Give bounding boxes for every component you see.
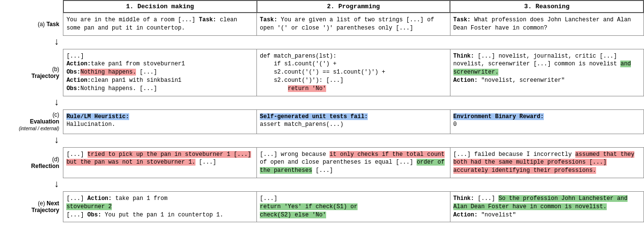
trajectory-label: Trajectory (31, 73, 59, 79)
evaluation-col3-content: Environment Binary Reward: 0 (453, 113, 641, 129)
row-evaluation-label: (c)Evaluation (internal / external) (0, 109, 63, 134)
task-col2-content: Task: You are given a list of two string… (260, 16, 447, 32)
col3-header: 3. Reasoning (450, 0, 644, 13)
header-empty (0, 0, 63, 13)
col1-header: 1. Decision making (63, 0, 257, 13)
task-col3-content: Task: What profession does John Lanchest… (453, 16, 641, 32)
reflection-col3-content: [...] failed because I incorrectly assum… (453, 151, 641, 175)
reflection-col2-content: [...] wrong because it only checks if th… (260, 151, 447, 175)
reflection-col2: [...] wrong because it only checks if th… (257, 147, 450, 178)
next-trajectory-col3-content: Think: [...] So the profession John Lanc… (453, 195, 641, 219)
arrow-reflection-next: ↓ (0, 178, 63, 191)
arrow-evaluation-reflection: ↓ (0, 134, 63, 147)
task-label-prefix: (a) (38, 21, 46, 28)
task-label: Task (46, 21, 59, 28)
reflection-col3: [...] failed because I incorrectly assum… (450, 147, 644, 178)
evaluation-label-prefix: (c) (52, 111, 59, 118)
arrow-task-trajectory: ↓ (0, 35, 63, 49)
next-trajectory-col3: Think: [...] So the profession John Lanc… (450, 191, 644, 222)
trajectory-label-prefix: (b) (52, 66, 60, 73)
reflection-col1: [...] tried to pick up the pan in stoveb… (63, 147, 257, 178)
task-col1-content: You are in the middle of a room [...] Ta… (66, 16, 254, 32)
trajectory-col2: def match_parens(lst): if s1.count('(') … (257, 49, 450, 96)
evaluation-col2-content: Self-generated unit tests fail: assert m… (260, 113, 447, 129)
next-trajectory-col1-content: [...] Action: take pan 1 from stoveburne… (66, 195, 254, 219)
evaluation-col3: Environment Binary Reward: 0 (450, 109, 644, 134)
row-trajectory-label: (b)Trajectory (0, 49, 63, 96)
next-trajectory-col2-content: [...] return 'Yes' if check(S1) or check… (260, 195, 447, 219)
row-next-trajectory-label: (e) NextTrajectory (0, 191, 63, 222)
reflection-label-prefix: (d) (52, 156, 60, 163)
trajectory-col1-content: [...] Action:take pan1 from stoveburner1… (66, 52, 254, 93)
trajectory-col2-content: def match_parens(lst): if s1.count('(') … (260, 52, 447, 93)
next-trajectory-col1: [...] Action: take pan 1 from stoveburne… (63, 191, 257, 222)
task-col3: Task: What profession does John Lanchest… (450, 13, 644, 35)
arrow-trajectory-evaluation: ↓ (0, 96, 63, 109)
task-col1: You are in the middle of a room [...] Ta… (63, 13, 257, 35)
evaluation-col1: Rule/LM Heuristic: Hallucination. (63, 109, 257, 134)
reflection-col1-content: [...] tried to pick up the pan in stoveb… (66, 151, 254, 167)
trajectory-col1: [...] Action:take pan1 from stoveburner1… (63, 49, 257, 96)
reflection-label: Reflection (31, 163, 59, 169)
trajectory-col3: Think: [...] novelist, journalist, criti… (450, 49, 644, 96)
trajectory-col3-content: Think: [...] novelist, journalist, criti… (453, 52, 641, 85)
evaluation-sub-label: (internal / external) (19, 126, 59, 131)
row-reflection-label: (d)Reflection (0, 147, 63, 178)
col2-header: 2. Programming (257, 0, 450, 13)
next-trajectory-label-prefix: (e) (38, 200, 46, 207)
row-task-label: (a) Task (0, 13, 63, 35)
evaluation-col1-content: Rule/LM Heuristic: Hallucination. (66, 113, 254, 129)
evaluation-col2: Self-generated unit tests fail: assert m… (257, 109, 450, 134)
next-trajectory-col2: [...] return 'Yes' if check(S1) or check… (257, 191, 450, 222)
task-col2: Task: You are given a list of two string… (257, 13, 450, 35)
evaluation-label: Evaluation (30, 118, 60, 125)
